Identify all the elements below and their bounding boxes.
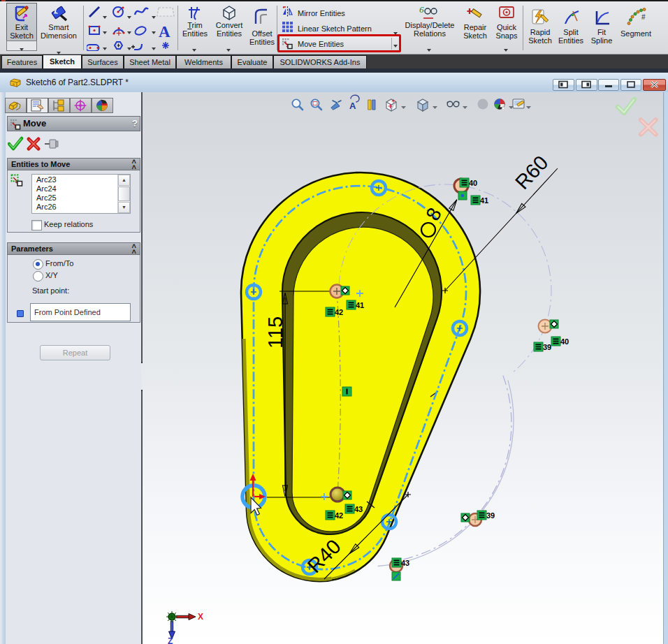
svg-text:A: A [159, 23, 170, 41]
svg-text:43: 43 [354, 505, 363, 513]
svg-text:6: 6 [419, 4, 424, 15]
svg-text:115: 115 [264, 316, 286, 349]
svg-text:41: 41 [480, 196, 488, 205]
svg-text:40: 40 [469, 179, 477, 187]
svg-text:X: X [198, 612, 203, 622]
svg-text:42: 42 [335, 308, 343, 316]
svg-text:40: 40 [560, 337, 569, 346]
svg-text:Z: Z [168, 636, 173, 644]
svg-text:42: 42 [335, 511, 343, 520]
svg-text:A: A [349, 101, 356, 111]
svg-text:#: # [641, 13, 646, 21]
svg-text:39: 39 [543, 343, 551, 351]
svg-text:41: 41 [356, 301, 364, 309]
svg-text:39: 39 [486, 511, 495, 520]
svg-text:43: 43 [401, 559, 409, 567]
